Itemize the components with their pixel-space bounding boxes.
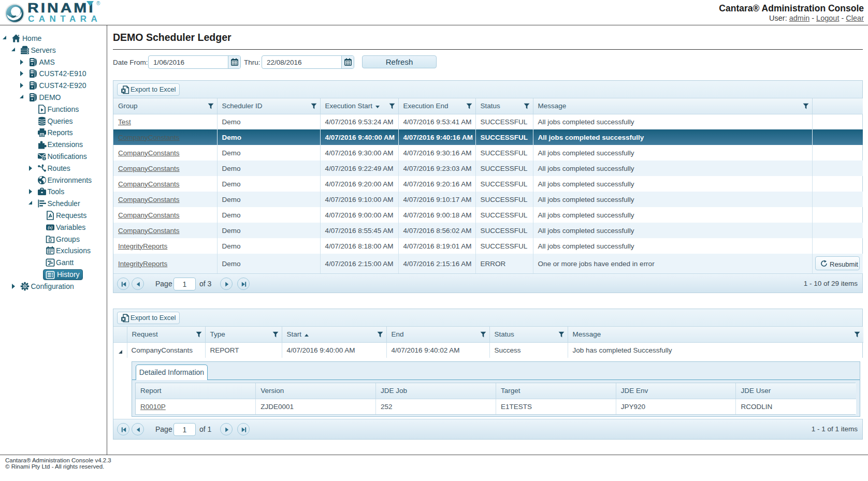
svg-text:(x): (x) bbox=[48, 225, 53, 230]
